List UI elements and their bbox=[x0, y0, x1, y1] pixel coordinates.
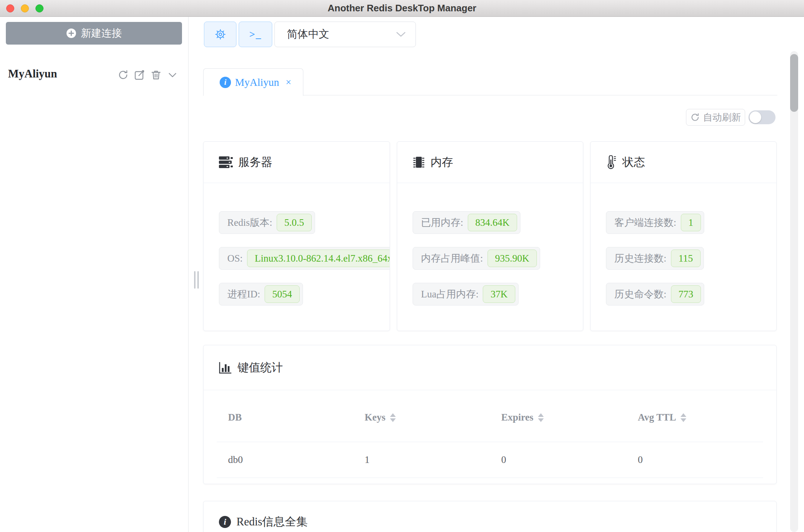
stat-label: 进程ID: bbox=[227, 288, 260, 301]
stat-value: 115 bbox=[671, 250, 701, 267]
window-title: Another Redis DeskTop Manager bbox=[0, 0, 804, 16]
column-label: Keys bbox=[365, 412, 386, 423]
stat-value: Linux3.10.0-862.14.4.el7.x86_64x86_6 bbox=[247, 250, 390, 267]
language-select[interactable]: 简体中文 bbox=[274, 22, 416, 47]
stat-row: 内存占用峰值: 935.90K bbox=[413, 247, 540, 270]
plus-circle-icon bbox=[66, 28, 76, 38]
settings-button[interactable] bbox=[204, 22, 236, 47]
toggle-knob bbox=[750, 111, 761, 123]
connection-list-item[interactable]: MyAliyun bbox=[0, 64, 188, 87]
gear-icon bbox=[215, 28, 226, 40]
table-row: db0 1 0 0 bbox=[217, 442, 763, 478]
stat-value: 834.64K bbox=[468, 214, 517, 231]
splitter-drag-handle[interactable] bbox=[194, 271, 196, 289]
sort-carets-icon[interactable] bbox=[538, 413, 544, 422]
terminal-icon: >_ bbox=[249, 28, 262, 40]
sort-carets-icon[interactable] bbox=[680, 413, 686, 422]
auto-refresh-button[interactable]: 自动刷新 bbox=[686, 109, 745, 126]
stat-value: 37K bbox=[483, 285, 515, 303]
stat-label: OS: bbox=[227, 253, 243, 264]
column-header-keys[interactable]: Keys bbox=[353, 412, 490, 423]
memory-chip-icon bbox=[413, 156, 425, 169]
stat-label: 已用内存: bbox=[421, 216, 463, 229]
thermometer-icon bbox=[606, 155, 617, 169]
refresh-connection-icon[interactable] bbox=[118, 69, 129, 80]
chevron-down-icon bbox=[396, 31, 406, 37]
key-stats-card: 键值统计 DB Keys Expires Avg TTL db0 1 0 0 bbox=[203, 345, 777, 484]
stat-label: 历史连接数: bbox=[614, 252, 667, 265]
tab-close-icon[interactable]: × bbox=[286, 77, 291, 87]
stat-label: 历史命令数: bbox=[614, 288, 667, 301]
splitter-drag-handle[interactable] bbox=[197, 271, 199, 289]
info-glyph: i bbox=[224, 517, 226, 527]
bar-chart-icon bbox=[219, 361, 232, 374]
stat-row: 进程ID: 5054 bbox=[219, 283, 303, 305]
sort-carets-icon[interactable] bbox=[390, 413, 396, 422]
column-label: Expires bbox=[501, 412, 534, 423]
stat-value: 5.0.5 bbox=[277, 214, 312, 231]
status-card: 状态 客户端连接数: 1 历史连接数: 115 历史命令数: 773 bbox=[590, 141, 777, 331]
server-card: 服务器 Redis版本: 5.0.5 OS: Linux3.10.0-862.1… bbox=[203, 141, 390, 331]
titlebar: Another Redis DeskTop Manager bbox=[0, 0, 804, 17]
info-circle-icon: i bbox=[220, 77, 231, 88]
stat-row: Lua占用内存: 37K bbox=[413, 283, 519, 305]
auto-refresh-label: 自动刷新 bbox=[703, 111, 741, 124]
stat-value: 5054 bbox=[265, 285, 300, 303]
cell-expires: 0 bbox=[490, 454, 627, 466]
sidebar: 新建连接 MyAliyun bbox=[0, 17, 189, 532]
new-connection-label: 新建连接 bbox=[81, 26, 122, 40]
cell-keys: 1 bbox=[353, 454, 490, 466]
terminal-button[interactable]: >_ bbox=[239, 22, 272, 47]
stat-value: 935.90K bbox=[488, 250, 537, 267]
card-title: Redis信息全集 bbox=[236, 514, 308, 529]
server-card-body: Redis版本: 5.0.5 OS: Linux3.10.0-862.14.4.… bbox=[204, 183, 390, 305]
auto-refresh-toggle[interactable] bbox=[748, 110, 775, 124]
memory-card-header: 内存 bbox=[397, 142, 583, 183]
info-glyph: i bbox=[224, 77, 226, 87]
column-header-avg-ttl[interactable]: Avg TTL bbox=[626, 412, 763, 423]
cell-db: db0 bbox=[217, 454, 353, 466]
cell-avg-ttl: 0 bbox=[626, 454, 763, 466]
column-label: Avg TTL bbox=[638, 412, 676, 423]
scrollbar-track[interactable] bbox=[790, 51, 798, 532]
connection-name: MyAliyun bbox=[8, 67, 57, 80]
stat-row: 已用内存: 834.64K bbox=[413, 211, 520, 234]
tab-label: MyAliyun bbox=[235, 76, 279, 88]
refresh-icon bbox=[690, 113, 700, 122]
card-title: 内存 bbox=[431, 155, 453, 170]
tab-myaliyun[interactable]: i MyAliyun × bbox=[203, 68, 303, 96]
redis-info-card: i Redis信息全集 bbox=[203, 501, 777, 532]
language-select-value: 简体中文 bbox=[287, 27, 396, 42]
stat-row: 历史命令数: 773 bbox=[606, 283, 704, 305]
card-title: 状态 bbox=[622, 155, 645, 170]
status-card-body: 客户端连接数: 1 历史连接数: 115 历史命令数: 773 bbox=[591, 183, 776, 305]
stat-row: OS: Linux3.10.0-862.14.4.el7.x86_64x86_6 bbox=[219, 247, 390, 270]
stat-value: 1 bbox=[681, 214, 701, 231]
column-header-db: DB bbox=[217, 412, 353, 423]
db-table: DB Keys Expires Avg TTL db0 1 0 0 bbox=[217, 390, 763, 478]
redis-info-header: i Redis信息全集 bbox=[204, 501, 776, 532]
scrollbar-thumb[interactable] bbox=[790, 54, 798, 112]
column-header-expires[interactable]: Expires bbox=[490, 412, 627, 423]
table-header-row: DB Keys Expires Avg TTL bbox=[217, 390, 763, 442]
stat-row: 客户端连接数: 1 bbox=[606, 211, 704, 234]
stat-label: 客户端连接数: bbox=[614, 216, 676, 229]
stat-row: 历史连接数: 115 bbox=[606, 247, 704, 270]
card-title: 键值统计 bbox=[238, 360, 283, 375]
stat-value: 773 bbox=[671, 285, 701, 303]
expand-connection-chevron-icon[interactable] bbox=[167, 69, 178, 80]
stat-label: Redis版本: bbox=[227, 216, 272, 229]
key-stats-header: 键值统计 bbox=[204, 345, 776, 390]
info-circle-icon: i bbox=[219, 516, 231, 528]
column-label: DB bbox=[228, 412, 242, 423]
stat-label: 内存占用峰值: bbox=[421, 252, 483, 265]
new-connection-button[interactable]: 新建连接 bbox=[6, 22, 182, 45]
server-card-header: 服务器 bbox=[204, 142, 390, 183]
memory-card-body: 已用内存: 834.64K 内存占用峰值: 935.90K Lua占用内存: 3… bbox=[397, 183, 583, 305]
tabbar-divider bbox=[302, 95, 777, 95]
delete-connection-icon[interactable] bbox=[151, 69, 162, 80]
memory-card: 内存 已用内存: 834.64K 内存占用峰值: 935.90K Lua占用内存… bbox=[397, 141, 583, 331]
edit-connection-icon[interactable] bbox=[134, 69, 145, 80]
stat-row: Redis版本: 5.0.5 bbox=[219, 211, 315, 234]
status-card-header: 状态 bbox=[591, 142, 776, 183]
